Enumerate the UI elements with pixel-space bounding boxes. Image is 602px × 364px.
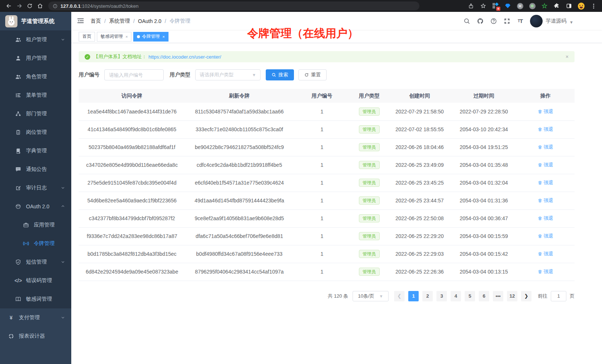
site-info-icon[interactable] <box>53 4 58 9</box>
fullscreen-icon[interactable] <box>503 17 510 24</box>
created-time-cell: 2022-07-29 21:58:50 <box>388 103 451 120</box>
tab-close-icon[interactable]: × <box>125 34 128 39</box>
tab-close-icon[interactable]: × <box>162 34 164 39</box>
prev-page-button[interactable]: ❮ <box>394 291 405 301</box>
sidebar-item-label: 租户管理 <box>26 36 47 43</box>
expire-time-cell: 2054-03-04 00:36:47 <box>451 209 516 227</box>
main-area: 首页 / 系统管理 / OAuth 2.0 / 令牌管理 <box>71 12 602 364</box>
user-type-cell: 管理员 <box>350 156 388 174</box>
force-logout-button[interactable]: 强退 <box>538 162 553 168</box>
force-logout-button[interactable]: 强退 <box>538 233 553 239</box>
tab-token[interactable]: 令牌管理× <box>133 32 168 42</box>
sidebar-item-sensitive-word[interactable]: 敏感词管理 <box>0 290 71 308</box>
profile-avatar[interactable] <box>578 3 585 9</box>
extension-blocks-icon[interactable]: 9 <box>492 3 499 9</box>
page-button-12[interactable]: 12 <box>507 291 517 301</box>
force-logout-button[interactable]: 强退 <box>538 144 553 150</box>
page-button-6[interactable]: 6 <box>479 291 489 301</box>
sidebar-item-label: 用户管理 <box>26 55 47 62</box>
extension-command-icon[interactable]: ⌘ <box>517 3 523 9</box>
access-token-cell: c347026e805e4d99b0d116eae66eda8c <box>79 156 185 174</box>
sidebar-toggle-icon[interactable] <box>566 3 572 9</box>
sidebar-item-oauth2-token[interactable]: 令牌管理 <box>0 234 71 253</box>
header-search-icon[interactable] <box>463 17 470 24</box>
user-icon <box>15 55 22 62</box>
help-icon[interactable] <box>490 17 497 24</box>
extension-star-icon[interactable] <box>541 3 548 9</box>
sidebar-item-dict[interactable]: 字典管理 <box>0 142 71 160</box>
sidebar-item-dept[interactable]: 部门管理 <box>0 105 71 123</box>
sidebar-item-report[interactable]: 报表设计器 <box>0 327 71 345</box>
tab-sensitive-word[interactable]: 敏感词管理× <box>97 32 131 42</box>
browser-reload-icon[interactable] <box>24 1 35 11</box>
sidebar-item-oauth2[interactable]: OAuth 2.0 <box>0 197 71 216</box>
force-logout-button[interactable]: 强退 <box>538 197 553 204</box>
sidebar-item-notice[interactable]: 通知公告 <box>0 160 71 179</box>
force-logout-button[interactable]: 强退 <box>538 126 553 133</box>
collapse-sidebar-icon[interactable] <box>77 17 85 25</box>
sidebar-item-post[interactable]: 岗位管理 <box>0 123 71 142</box>
extension-record-icon[interactable] <box>529 3 536 9</box>
force-logout-label: 强退 <box>544 233 553 239</box>
force-logout-button[interactable]: 强退 <box>538 268 553 275</box>
sidebar-item-role[interactable]: 角色管理 <box>0 67 71 86</box>
url-bar[interactable]: 127.0.0.1:1024/system/oauth2/token <box>48 1 419 10</box>
expire-time-cell: 2054-03-10 20:42:34 <box>451 120 516 138</box>
browser-back-icon[interactable] <box>4 1 14 11</box>
user-type-select[interactable]: 请选择用户类型 ▼ <box>195 69 261 80</box>
page-jump-input[interactable] <box>551 291 566 301</box>
force-logout-button[interactable]: 强退 <box>538 179 553 186</box>
user-id-cell: 1 <box>293 227 350 245</box>
access-token-cell: 502375b8040a469a9b82188afdf6af1f <box>79 138 185 156</box>
browser-menu-icon[interactable] <box>590 3 597 9</box>
sidebar-item-menu[interactable]: 菜单管理 <box>0 86 71 105</box>
sidebar-item-tenant[interactable]: 租户管理 <box>0 30 71 49</box>
page-ellipsis[interactable]: ••• <box>493 291 503 301</box>
breadcrumb-oauth2[interactable]: OAuth 2.0 <box>138 18 161 24</box>
action-cell: 强退 <box>517 120 575 138</box>
page-button-1[interactable]: 1 <box>408 291 419 301</box>
search-form: 用户编号 用户类型 请选择用户类型 ▼ 搜索 重置 <box>79 69 575 80</box>
force-logout-button[interactable]: 强退 <box>538 251 553 257</box>
tab-home[interactable]: 首页 <box>79 32 95 42</box>
force-logout-button[interactable]: 强退 <box>538 215 553 222</box>
next-page-button[interactable]: ❯ <box>521 291 531 301</box>
page-button-4[interactable]: 4 <box>451 291 461 301</box>
page-button-3[interactable]: 3 <box>436 291 447 301</box>
user-avatar[interactable] <box>530 15 543 27</box>
extension-gem-icon[interactable] <box>504 3 511 9</box>
sidebar-item-error-code[interactable]: </>错误码管理 <box>0 271 71 290</box>
sidebar-item-pay[interactable]: ¥支付管理 <box>0 308 71 327</box>
breadcrumb-system[interactable]: 系统管理 <box>109 18 130 24</box>
font-size-icon[interactable]: TT <box>517 17 524 24</box>
browser-forward-icon[interactable] <box>14 1 24 11</box>
sidebar-item-oauth2-app[interactable]: 应用管理 <box>0 216 71 234</box>
share-icon[interactable] <box>468 3 474 9</box>
doc-link[interactable]: https://doc.iocoder.cn/user-center/ <box>148 54 221 60</box>
chevron-down-icon: ▼ <box>569 20 573 24</box>
token-icon <box>23 240 29 247</box>
sidebar-item-user[interactable]: 用户管理 <box>0 49 71 67</box>
chevron-down-icon <box>61 37 65 43</box>
page-button-5[interactable]: 5 <box>465 291 475 301</box>
access-token-cell: f9336e7c7dd242a283ee98dc86b17a87 <box>79 227 185 245</box>
table-row: b0d1785bc3a8482f812db4a3f3bd15ecb0df4980… <box>79 245 575 263</box>
page-size-select[interactable]: 10条/页 ▼ <box>353 291 389 301</box>
search-button[interactable]: 搜索 <box>266 69 294 80</box>
bookmark-star-icon[interactable] <box>480 3 487 9</box>
refresh-icon <box>304 73 309 77</box>
browser-home-icon[interactable] <box>35 1 45 11</box>
sidebar-item-sms[interactable]: 短信管理 <box>0 253 71 271</box>
sidebar-item-audit-log[interactable]: 审计日志 <box>0 179 71 197</box>
force-logout-button[interactable]: 强退 <box>538 108 553 115</box>
breadcrumb-home[interactable]: 首页 <box>91 18 101 24</box>
app-logo[interactable]: 芋道管理系统 <box>0 12 71 30</box>
user-id-input[interactable] <box>104 69 164 80</box>
extension-puzzle-icon[interactable] <box>553 3 560 9</box>
page-button-2[interactable]: 2 <box>422 291 433 301</box>
user-menu[interactable]: 芋道源码 ▼ <box>530 15 573 27</box>
user-type-label: 用户类型 <box>170 72 190 78</box>
alert-close-icon[interactable]: × <box>566 54 569 60</box>
github-icon[interactable] <box>477 17 484 24</box>
reset-button[interactable]: 重置 <box>298 69 327 80</box>
